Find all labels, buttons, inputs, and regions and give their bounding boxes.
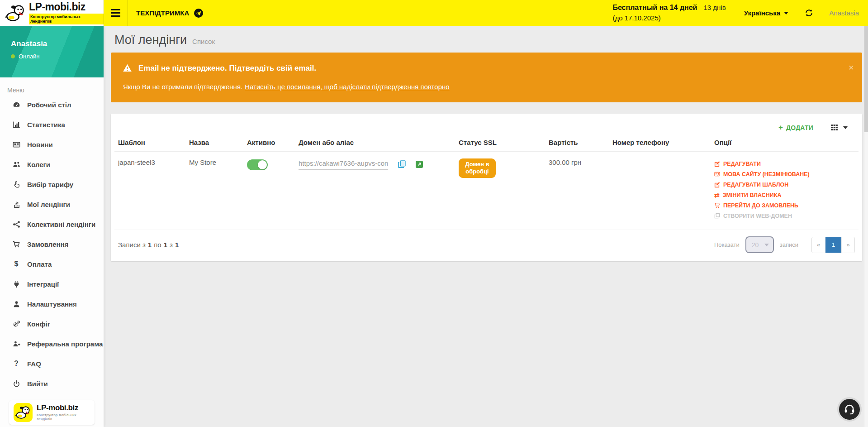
- sidebar-item-news[interactable]: Новини: [0, 134, 104, 154]
- dog-mascot-icon: [5, 3, 25, 23]
- dollar-icon: $: [12, 260, 21, 268]
- online-status-label: Онлайн: [19, 53, 40, 60]
- next-page-button[interactable]: »: [841, 237, 854, 253]
- col-ssl-status: Статус SSL: [455, 134, 545, 152]
- language-label: Українська: [744, 9, 780, 17]
- sidebar-menu: Робочий стіл Статистика Новини Колеги Ви…: [0, 95, 104, 393]
- sidebar-item-payment[interactable]: $ Оплата: [0, 254, 104, 274]
- domain-input[interactable]: [299, 158, 388, 170]
- records-summary: Записи з1по1з1: [118, 241, 179, 249]
- language-icon: [714, 171, 720, 177]
- option-go-to-orders[interactable]: ПЕРЕЙТИ ДО ЗАМОВЛЕНЬ: [714, 200, 855, 211]
- cart-icon: [12, 240, 21, 248]
- col-name: Назва: [185, 134, 243, 152]
- scrollbar[interactable]: [864, 26, 868, 427]
- landings-table: Шаблон Назва Активно Домен або аліас Ста…: [114, 134, 859, 228]
- sidebar-user-panel: Anastasia Онлайн: [0, 26, 104, 77]
- support-link[interactable]: ТЕХПІДТРИМКА: [128, 0, 213, 26]
- page-size-select[interactable]: 20: [745, 236, 774, 253]
- warning-hint-text: Якщо Ви не отримали підтвердження.: [123, 83, 242, 91]
- option-edit[interactable]: РЕДАГУВАТИ: [714, 158, 855, 169]
- active-toggle[interactable]: [247, 159, 268, 170]
- topbar-username[interactable]: Anastasia: [820, 9, 868, 17]
- sidebar-item-config[interactable]: Конфіг: [0, 314, 104, 334]
- footer-logo-title: LP-mobi.biz: [37, 404, 90, 413]
- add-landing-button[interactable]: + ДОДАТИ: [778, 124, 813, 131]
- refresh-icon: [805, 9, 813, 17]
- pager: « 1 »: [811, 237, 855, 253]
- close-icon[interactable]: ×: [849, 62, 854, 72]
- copy-icon: [398, 160, 406, 168]
- sidebar-item-logout[interactable]: Вийти: [0, 374, 104, 393]
- toggle-knob: [258, 160, 267, 169]
- brand-text: LP-mobi.biz Конструктор мобильных лендин…: [29, 2, 104, 24]
- resend-confirmation-link[interactable]: Натисніть це посилання, щоб надіслати пі…: [245, 83, 449, 91]
- telegram-icon: [194, 8, 204, 18]
- col-domain: Домен або аліас: [295, 134, 455, 152]
- pagination-controls: Показати 20 записи « 1 »: [714, 236, 855, 253]
- table-grid-icon: [830, 124, 838, 131]
- gears-icon: [12, 320, 21, 328]
- option-site-language[interactable]: МОВА САЙТУ (НЕЗМІНЮВАНЕ): [714, 169, 855, 179]
- chevron-down-icon: [764, 244, 769, 246]
- sidebar-item-settings[interactable]: Налаштування: [0, 294, 104, 314]
- col-options: Опції: [711, 134, 859, 152]
- cell-template: japan-steel3: [114, 152, 185, 228]
- warning-text: Email не підтверджено. Підтвердіть свій …: [138, 64, 316, 73]
- brand-title: LP-mobi.biz: [29, 2, 104, 12]
- scrollbar-thumb[interactable]: [864, 26, 868, 132]
- language-selector[interactable]: Українська: [735, 9, 797, 17]
- copy-domain-button[interactable]: [398, 160, 406, 168]
- warning-line-2: Якщо Ви не отримали підтвердження.Натисн…: [123, 83, 850, 91]
- breadcrumb: Список: [192, 38, 215, 45]
- cell-name: My Store: [185, 152, 243, 228]
- option-change-owner[interactable]: ⇄ ЗМІНИТИ ВЛАСНИКА: [714, 190, 855, 200]
- external-link-icon: [416, 161, 423, 168]
- open-landing-button[interactable]: [416, 161, 423, 168]
- bar-chart-icon: [12, 121, 21, 129]
- card-toolbar: + ДОДАТИ: [114, 114, 859, 134]
- stack-icon: [12, 201, 21, 208]
- page-1-button[interactable]: 1: [825, 237, 841, 253]
- column-settings-button[interactable]: [830, 124, 848, 131]
- user-plus-icon: [12, 340, 21, 348]
- sidebar-item-my-landings[interactable]: Мої лендінги: [0, 194, 104, 214]
- cell-options: РЕДАГУВАТИ МОВА САЙТУ (НЕЗМІНЮВАНЕ) РЕДА…: [711, 152, 859, 228]
- hamburger-icon: [111, 9, 120, 10]
- page-title: Мої лендінги: [114, 33, 187, 47]
- sidebar-item-dashboard[interactable]: Робочий стіл: [0, 95, 104, 115]
- user-icon: [12, 300, 21, 308]
- clone-icon: [714, 213, 720, 219]
- sidebar-item-tariff[interactable]: Вибір тарифу: [0, 174, 104, 194]
- online-status-dot: [11, 54, 15, 58]
- app-icon: [14, 403, 33, 422]
- cart-icon: [714, 202, 720, 208]
- power-icon: [12, 380, 21, 388]
- brand-subtitle: Конструктор мобильных лендингов: [29, 14, 104, 24]
- sidebar-item-orders[interactable]: Замовлення: [0, 234, 104, 254]
- sidebar-item-statistics[interactable]: Статистика: [0, 115, 104, 134]
- cell-ssl-status: Домен в обробці: [455, 152, 545, 228]
- support-chat-button[interactable]: [837, 397, 862, 422]
- dog-mascot-icon: [15, 405, 31, 420]
- col-price: Вартість: [545, 134, 609, 152]
- share-icon: [12, 221, 21, 228]
- refresh-button[interactable]: [798, 9, 820, 17]
- brand-logo[interactable]: LP-mobi.biz Конструктор мобильных лендин…: [0, 0, 104, 26]
- sidebar-item-referral[interactable]: Реферальна програма: [0, 334, 104, 354]
- col-active: Активно: [243, 134, 295, 152]
- question-icon: ?: [12, 360, 21, 368]
- sidebar-item-colleagues[interactable]: Колеги: [0, 154, 104, 174]
- page-header: Мої лендінги Список: [114, 33, 862, 47]
- sidebar-item-integrations[interactable]: Інтеграції: [0, 274, 104, 294]
- col-template: Шаблон: [114, 134, 185, 152]
- prev-page-button[interactable]: «: [812, 237, 825, 253]
- sidebar-item-faq[interactable]: ? FAQ: [0, 354, 104, 374]
- option-create-web-domain[interactable]: СТВОРИТИ WEB-ДОМЕН: [714, 211, 855, 221]
- sidebar-item-collective-landings[interactable]: Колективні лендінги: [0, 214, 104, 234]
- sidebar-footer-logo[interactable]: LP-mobi.biz Конструктор мобільних лендін…: [9, 400, 95, 425]
- app-window: LP-mobi.biz Конструктор мобильных лендин…: [0, 0, 868, 427]
- option-edit-template[interactable]: РЕДАГУВАТИ ШАБЛОН: [714, 179, 855, 190]
- trial-until: (до 17.10.2025): [612, 13, 726, 24]
- sidebar-toggle-button[interactable]: [104, 0, 128, 26]
